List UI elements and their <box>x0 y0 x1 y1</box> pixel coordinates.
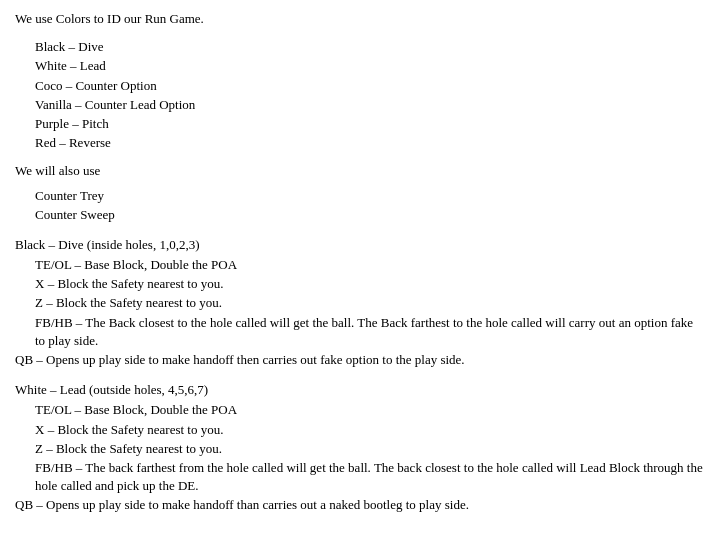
also-use-header: We will also use <box>15 162 705 180</box>
black-dive-teol: TE/OL – Base Block, Double the POA <box>35 256 705 274</box>
white-lead-body: TE/OL – Base Block, Double the POA X – B… <box>35 401 705 495</box>
black-dive-fbhb: FB/HB – The Back closest to the hole cal… <box>35 314 705 350</box>
white-lead-qb: QB – Opens up play side to make handoff … <box>15 496 705 514</box>
color-item-3: Coco – Counter Option <box>35 77 705 95</box>
color-item-1: Black – Dive <box>35 38 705 56</box>
intro-text: We use Colors to ID our Run Game. <box>15 10 705 28</box>
white-lead-x: X – Block the Safety nearest to you. <box>35 421 705 439</box>
black-dive-z: Z – Block the Safety nearest to you. <box>35 294 705 312</box>
black-dive-qb: QB – Opens up play side to make handoff … <box>15 351 705 369</box>
counter-item-1: Counter Trey <box>35 187 705 205</box>
black-dive-section: Black – Dive (inside holes, 1,0,2,3) TE/… <box>15 236 705 369</box>
color-item-5: Purple – Pitch <box>35 115 705 133</box>
black-dive-x: X – Block the Safety nearest to you. <box>35 275 705 293</box>
counter-item-2: Counter Sweep <box>35 206 705 224</box>
white-lead-teol: TE/OL – Base Block, Double the POA <box>35 401 705 419</box>
white-lead-title: White – Lead (outside holes, 4,5,6,7) <box>15 381 705 399</box>
counter-list: Counter Trey Counter Sweep <box>35 187 705 224</box>
black-dive-body: TE/OL – Base Block, Double the POA X – B… <box>35 256 705 350</box>
white-lead-section: White – Lead (outside holes, 4,5,6,7) TE… <box>15 381 705 514</box>
white-lead-z: Z – Block the Safety nearest to you. <box>35 440 705 458</box>
color-item-2: White – Lead <box>35 57 705 75</box>
color-item-6: Red – Reverse <box>35 134 705 152</box>
white-lead-fbhb: FB/HB – The back farthest from the hole … <box>35 459 705 495</box>
color-item-4: Vanilla – Counter Lead Option <box>35 96 705 114</box>
black-dive-title: Black – Dive (inside holes, 1,0,2,3) <box>15 236 705 254</box>
color-list: Black – Dive White – Lead Coco – Counter… <box>35 38 705 152</box>
